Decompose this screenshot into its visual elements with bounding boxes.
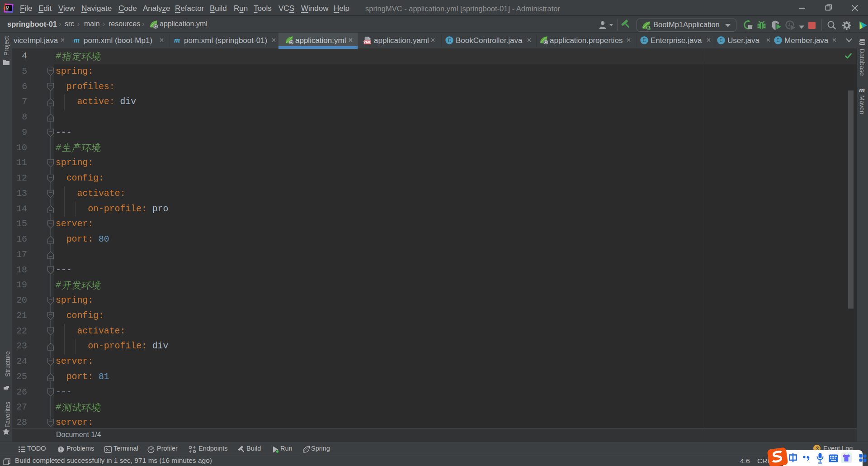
svg-text:IJ: IJ: [6, 6, 9, 9]
